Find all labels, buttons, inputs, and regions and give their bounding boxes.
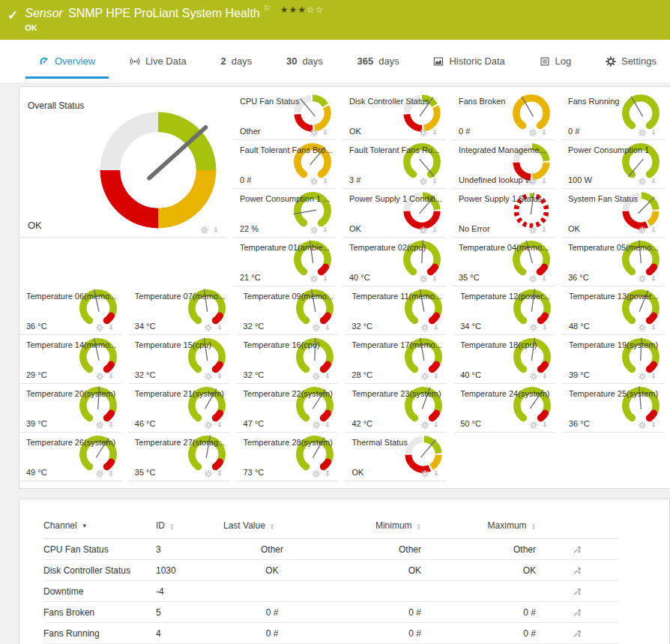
gear-icon[interactable] xyxy=(205,324,212,331)
pin-icon[interactable] xyxy=(541,324,549,331)
pin-icon[interactable] xyxy=(216,421,223,429)
sort-desc-icon[interactable]: ▼ xyxy=(82,523,88,529)
gear-icon[interactable] xyxy=(313,324,320,331)
tab-historic-data[interactable]: Historic Data xyxy=(430,40,507,82)
gear-icon[interactable] xyxy=(420,226,427,234)
gear-icon[interactable] xyxy=(639,421,646,429)
pin-icon[interactable] xyxy=(650,421,657,429)
star-filled-icon[interactable]: ★ xyxy=(289,4,298,15)
tab-settings[interactable]: Settings xyxy=(603,40,660,82)
pin-icon[interactable] xyxy=(107,373,115,380)
pin-icon[interactable] xyxy=(216,324,223,331)
gear-icon[interactable] xyxy=(310,178,318,185)
gear-icon[interactable] xyxy=(530,373,537,380)
column-header-channel[interactable]: Channel▼ xyxy=(43,516,156,539)
channel-settings-wrench-icon[interactable] xyxy=(573,607,582,618)
gear-icon[interactable] xyxy=(421,421,429,429)
gear-icon[interactable] xyxy=(205,421,212,429)
pin-icon[interactable] xyxy=(432,373,440,380)
gear-icon[interactable] xyxy=(639,275,646,283)
pin-icon[interactable] xyxy=(650,373,657,380)
pin-icon[interactable] xyxy=(650,226,657,234)
pin-icon[interactable] xyxy=(432,421,440,429)
gear-icon[interactable] xyxy=(96,470,103,478)
star-filled-icon[interactable]: ★ xyxy=(280,4,289,15)
gear-icon[interactable] xyxy=(639,226,646,234)
tab-365-days[interactable]: 365days xyxy=(354,40,402,82)
sort-both-icon[interactable]: ▲▼ xyxy=(169,523,174,530)
star-filled-icon[interactable]: ★ xyxy=(298,4,307,15)
pin-icon[interactable] xyxy=(324,373,331,380)
pin-icon[interactable] xyxy=(540,275,548,283)
tab-overview[interactable]: Overview xyxy=(36,40,98,82)
pin-icon[interactable] xyxy=(107,324,115,331)
gear-icon[interactable] xyxy=(96,373,103,380)
column-header-maximum[interactable]: Maximum▲▼ xyxy=(421,516,536,539)
pin-icon[interactable] xyxy=(432,470,440,478)
channel-settings-wrench-icon[interactable] xyxy=(573,544,582,555)
pin-icon[interactable] xyxy=(324,421,331,429)
pin-icon[interactable] xyxy=(540,178,548,185)
pin-icon[interactable] xyxy=(650,129,657,136)
pin-icon[interactable] xyxy=(431,226,438,234)
gear-icon[interactable] xyxy=(310,226,318,234)
pin-icon[interactable] xyxy=(216,470,223,478)
gear-icon[interactable] xyxy=(530,421,537,429)
pin-icon[interactable] xyxy=(540,129,548,136)
pin-icon[interactable] xyxy=(322,178,329,185)
channel-settings-wrench-icon[interactable] xyxy=(573,628,582,639)
star-empty-icon[interactable]: ☆ xyxy=(307,4,316,15)
tab-30-days[interactable]: 30days xyxy=(283,40,326,82)
gear-icon[interactable] xyxy=(205,470,212,478)
gear-icon[interactable] xyxy=(639,373,646,380)
pin-icon[interactable] xyxy=(324,470,331,478)
gear-icon[interactable] xyxy=(420,275,427,283)
pin-icon[interactable] xyxy=(324,324,331,331)
gear-icon[interactable] xyxy=(529,129,537,136)
pin-icon[interactable] xyxy=(431,178,438,185)
pin-icon[interactable] xyxy=(541,373,549,380)
sort-both-icon[interactable]: ▲▼ xyxy=(531,523,536,530)
gear-icon[interactable] xyxy=(201,226,208,234)
column-header-id[interactable]: ID▲▼ xyxy=(156,516,223,539)
gear-icon[interactable] xyxy=(96,324,103,331)
gear-icon[interactable] xyxy=(639,129,646,136)
pin-icon[interactable] xyxy=(432,324,440,331)
gear-icon[interactable] xyxy=(530,324,537,331)
pin-icon[interactable] xyxy=(431,275,438,283)
gear-icon[interactable] xyxy=(96,421,103,429)
gear-icon[interactable] xyxy=(205,373,212,380)
gear-icon[interactable] xyxy=(420,129,427,136)
pin-icon[interactable] xyxy=(541,421,549,429)
pin-icon[interactable] xyxy=(431,129,438,136)
sort-both-icon[interactable]: ▲▼ xyxy=(270,523,274,530)
gear-icon[interactable] xyxy=(639,324,646,331)
gear-icon[interactable] xyxy=(313,421,320,429)
gear-icon[interactable] xyxy=(420,178,427,185)
pin-icon[interactable] xyxy=(540,226,548,234)
gear-icon[interactable] xyxy=(421,373,429,380)
gear-icon[interactable] xyxy=(310,275,318,283)
gear-icon[interactable] xyxy=(529,226,537,234)
pin-icon[interactable] xyxy=(650,178,657,185)
gear-icon[interactable] xyxy=(310,129,318,136)
gear-icon[interactable] xyxy=(421,470,429,478)
tab-2-days[interactable]: 2days xyxy=(218,40,256,82)
pin-icon[interactable] xyxy=(107,421,115,429)
pin-icon[interactable] xyxy=(322,226,329,234)
column-header-minimum[interactable]: Minimum▲▼ xyxy=(321,516,421,539)
pin-icon[interactable] xyxy=(216,373,223,380)
channel-settings-wrench-icon[interactable] xyxy=(573,565,582,576)
gear-icon[interactable] xyxy=(421,324,429,331)
tab-live-data[interactable]: Live Data xyxy=(127,40,190,82)
gear-icon[interactable] xyxy=(313,373,320,380)
flag-icon[interactable]: ⚐ xyxy=(264,4,271,13)
pin-icon[interactable] xyxy=(322,275,329,283)
sort-both-icon[interactable]: ▲▼ xyxy=(417,523,421,530)
gear-icon[interactable] xyxy=(639,178,646,185)
gear-icon[interactable] xyxy=(313,470,320,478)
pin-icon[interactable] xyxy=(212,226,220,234)
pin-icon[interactable] xyxy=(107,470,115,478)
star-rating[interactable]: ★★★☆☆ xyxy=(280,4,325,15)
channel-settings-wrench-icon[interactable] xyxy=(573,586,582,597)
